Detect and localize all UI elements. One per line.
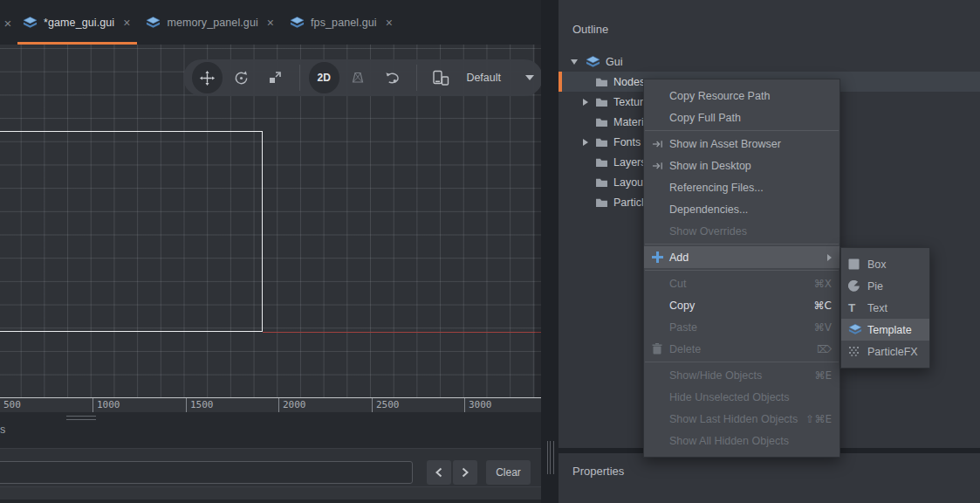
clear-button[interactable]: Clear bbox=[486, 460, 531, 485]
reset-camera-button[interactable] bbox=[377, 62, 408, 93]
menu-item-referencing-files[interactable]: Referencing Files... bbox=[644, 176, 840, 198]
chevron-left-icon bbox=[435, 467, 443, 478]
menu-item-show-in-asset-browser[interactable]: Show in Asset Browser bbox=[644, 133, 840, 155]
tree-item-label: Nodes bbox=[613, 76, 645, 88]
ruler-tick: 1500 bbox=[186, 398, 214, 412]
folder-icon bbox=[595, 117, 608, 127]
menu-item-dependencies[interactable]: Dependencies... bbox=[644, 198, 840, 220]
menu-item-show-last-hidden-objects: Show Last Hidden Objects ⇧⌘E bbox=[644, 408, 840, 430]
tab-label: memory_panel.gui bbox=[167, 17, 257, 29]
menu-item-copy-full-path[interactable]: Copy Full Path bbox=[644, 107, 840, 128]
ruler-tick: 500 bbox=[0, 398, 21, 412]
tab-close-icon[interactable]: × bbox=[386, 16, 393, 30]
reset-camera-icon bbox=[384, 70, 401, 86]
tree-item-label: Fonts bbox=[613, 136, 641, 148]
ruler-tick: 1000 bbox=[93, 398, 120, 412]
menu-separator bbox=[645, 244, 839, 245]
pane-splitter[interactable] bbox=[541, 0, 559, 503]
chevron-right-icon bbox=[461, 467, 469, 478]
menu-separator bbox=[645, 130, 839, 131]
menu-item-hide-unselected-objects: Hide Unselected Objects bbox=[644, 386, 840, 408]
trash-icon bbox=[652, 343, 669, 355]
menu-item-delete: Delete ⌦ bbox=[644, 338, 840, 360]
gui-icon bbox=[146, 17, 161, 29]
layout-select-value[interactable]: Default bbox=[466, 72, 501, 84]
folder-icon bbox=[595, 137, 608, 148]
menu-item-show-all-hidden-objects: Show All Hidden Objects bbox=[644, 430, 840, 451]
menu-item-cut: Cut ⌘X bbox=[644, 272, 840, 294]
ruler-tick: 3000 bbox=[464, 398, 492, 412]
folder-icon bbox=[595, 197, 608, 208]
add-submenu: Box Pie T Text Template P bbox=[840, 247, 930, 369]
folder-icon bbox=[595, 177, 608, 188]
menu-item-copy[interactable]: Copy ⌘C bbox=[644, 294, 840, 316]
menu-item-add[interactable]: Add bbox=[644, 246, 840, 268]
tab-game-gui[interactable]: *game_gui.gui × bbox=[16, 0, 139, 45]
menu-item-copy-resource-path[interactable]: Copy Resource Path bbox=[644, 85, 840, 107]
prev-match-button[interactable] bbox=[427, 460, 451, 485]
viewport-scrollbar[interactable] bbox=[535, 45, 541, 397]
pie-icon bbox=[848, 280, 867, 292]
ruler-tick: 2000 bbox=[278, 398, 306, 412]
folder-icon bbox=[595, 157, 608, 168]
expand-arrow-icon[interactable] bbox=[571, 59, 578, 65]
expand-arrow-icon[interactable] bbox=[583, 139, 588, 146]
console-footer-strip bbox=[0, 500, 541, 503]
gui-icon bbox=[290, 17, 305, 29]
scale-tool-button[interactable] bbox=[260, 62, 291, 93]
console-search-input[interactable] bbox=[0, 461, 413, 484]
menu-item-show-in-desktop[interactable]: Show in Desktop bbox=[644, 155, 840, 176]
outline-panel-title: Outline bbox=[572, 23, 608, 36]
tree-item-label: Gui bbox=[606, 56, 622, 68]
box-icon bbox=[848, 258, 867, 270]
context-menu: Copy Resource Path Copy Full Path Show i… bbox=[643, 79, 840, 458]
move-tool-button[interactable] bbox=[192, 62, 223, 93]
show-in-icon bbox=[652, 161, 669, 171]
scene-viewport[interactable] bbox=[0, 45, 541, 397]
horizontal-ruler: 500 1000 1500 2000 2500 3000 bbox=[0, 397, 541, 412]
scene-toolbar: 2D Default bbox=[183, 59, 543, 96]
vertical-splitter-handle[interactable] bbox=[547, 441, 554, 474]
scale-icon bbox=[267, 70, 283, 86]
rotate-tool-button[interactable] bbox=[226, 62, 257, 93]
submenu-item-text[interactable]: T Text bbox=[841, 297, 929, 319]
frustum-icon bbox=[350, 70, 366, 86]
tree-item-gui[interactable]: Gui bbox=[559, 52, 980, 72]
tab-bar: × *game_gui.gui × memory_panel.gui × fps… bbox=[0, 0, 541, 45]
console-panel: Clear bbox=[0, 448, 541, 503]
folder-icon bbox=[595, 77, 608, 87]
2d-mode-label: 2D bbox=[318, 72, 331, 84]
menu-separator bbox=[645, 270, 839, 271]
properties-panel: Properties bbox=[559, 453, 980, 503]
tab-close-icon[interactable]: × bbox=[267, 16, 274, 30]
move-icon bbox=[199, 70, 216, 86]
add-icon bbox=[652, 252, 669, 263]
horizontal-splitter-handle[interactable] bbox=[66, 416, 96, 420]
tab-memory-panel[interactable]: memory_panel.gui × bbox=[139, 0, 283, 45]
device-preview-button[interactable] bbox=[425, 62, 456, 93]
submenu-item-box[interactable]: Box bbox=[841, 253, 929, 275]
2d-mode-button[interactable]: 2D bbox=[309, 62, 339, 93]
expand-arrow-icon[interactable] bbox=[583, 99, 588, 106]
x-axis-line bbox=[263, 332, 541, 333]
tab-fps-panel[interactable]: fps_panel.gui × bbox=[283, 0, 401, 45]
chevron-down-icon[interactable] bbox=[525, 75, 534, 80]
submenu-item-template[interactable]: Template bbox=[841, 319, 929, 341]
menu-item-show-hide-objects: Show/Hide Objects ⌘E bbox=[644, 364, 840, 386]
tab-close-icon[interactable]: × bbox=[123, 16, 130, 30]
tab-label: fps_panel.gui bbox=[311, 17, 377, 29]
rotate-icon bbox=[233, 70, 250, 86]
submenu-arrow-icon bbox=[827, 254, 832, 261]
menu-item-show-overrides: Show Overrides bbox=[644, 220, 840, 242]
menu-separator bbox=[645, 362, 839, 362]
device-icon bbox=[432, 70, 449, 86]
overflow-tab-close-icon[interactable]: × bbox=[0, 2, 16, 45]
folder-icon bbox=[595, 97, 608, 107]
perspective-camera-button[interactable] bbox=[343, 62, 373, 93]
submenu-item-pie[interactable]: Pie bbox=[841, 275, 929, 297]
console-footer-band bbox=[0, 487, 541, 500]
next-match-button[interactable] bbox=[453, 460, 477, 485]
submenu-item-particlefx[interactable]: ParticleFX bbox=[841, 341, 929, 362]
text-icon: T bbox=[848, 301, 867, 314]
clipped-panel-label: s bbox=[0, 424, 5, 436]
